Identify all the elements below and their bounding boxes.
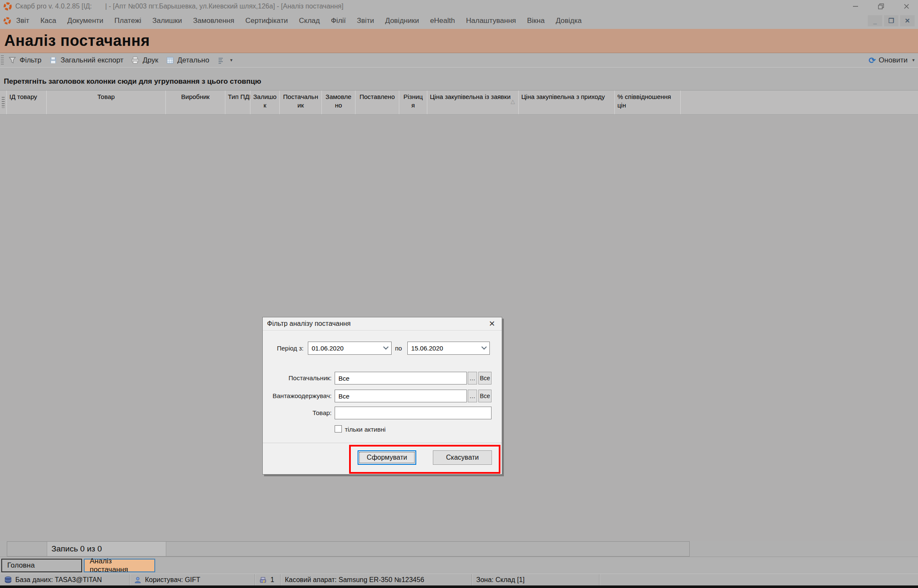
register-count: 1: [270, 576, 274, 584]
group-by-hint: Перетягніть заголовок колонки сюди для у…: [4, 77, 261, 86]
supplier-label: Постачальник:: [263, 374, 332, 382]
record-navigator-buttons[interactable]: [7, 542, 47, 556]
user-icon: [134, 576, 142, 584]
print-button[interactable]: Друк: [131, 56, 158, 65]
detail-button[interactable]: Детально: [166, 56, 209, 65]
dialog-separator: [263, 443, 502, 443]
filter-label: Фільтр: [20, 56, 41, 65]
column-header-tsina-prykhodu[interactable]: Ціна закупівельна з приходу: [519, 90, 615, 114]
app-logo-icon: [3, 2, 12, 11]
restore-icon[interactable]: [875, 2, 887, 11]
user-text: Користувач: GIFT: [145, 576, 200, 584]
filter-dialog: Фільтр аналізу постачання ✕ Період з: 01…: [262, 317, 502, 475]
supplier-all-button[interactable]: Все: [478, 372, 492, 384]
tab-holovna[interactable]: Головна: [1, 559, 82, 572]
column-header-zamovleno[interactable]: Замовлено: [322, 90, 355, 114]
product-input[interactable]: [335, 407, 492, 419]
only-active-label: тільки активні: [345, 426, 386, 433]
only-active-checkbox[interactable]: [335, 425, 342, 433]
status-bar: База даних: TASA3@TITAN Користувач: GIFT…: [0, 574, 918, 585]
menu-item-vikna[interactable]: Вікна: [527, 17, 545, 25]
export-icon: [49, 56, 57, 65]
group-by-bar[interactable]: Перетягніть заголовок колонки сюди для у…: [0, 73, 918, 90]
column-header-typ-pdv[interactable]: Тип ПДВ: [225, 90, 250, 114]
register-text: Касовий апарат: Samsung ER-350 №123456: [285, 576, 424, 584]
consignee-label: Вантажоодержувач:: [263, 392, 332, 399]
grid-body[interactable]: Фільтр аналізу постачання ✕ Період з: 01…: [0, 115, 918, 541]
cancel-button[interactable]: Скасувати: [433, 450, 492, 465]
menu-item-sertyfikaty[interactable]: Сертифікати: [245, 17, 288, 25]
close-icon[interactable]: [901, 2, 912, 11]
supplier-input[interactable]: Все: [335, 372, 467, 384]
combo-chevron-icon: [481, 344, 487, 350]
record-navigator: Запись 0 из 0: [0, 541, 918, 557]
column-header-id-tovaru[interactable]: ІД товару: [7, 90, 47, 114]
column-header-vyrobnyk[interactable]: Виробник: [166, 90, 225, 114]
supplier-value: Все: [338, 375, 463, 382]
dialog-title-bar[interactable]: Фільтр аналізу постачання ✕: [263, 317, 502, 331]
database-icon: [4, 576, 12, 584]
list-options-button[interactable]: ▾: [217, 56, 233, 65]
status-zone: Зона: Склад [1]: [472, 574, 600, 585]
period-to-label: по: [395, 345, 404, 352]
generate-button[interactable]: Сформувати: [358, 450, 416, 465]
filter-button[interactable]: Фільтр: [8, 56, 41, 65]
tab-analiz-postachannia[interactable]: Аналіз постачання: [84, 559, 155, 572]
consignee-all-button[interactable]: Все: [478, 390, 492, 402]
export-label: Загальний експорт: [60, 56, 123, 65]
mdi-close-icon[interactable]: ✕: [900, 15, 915, 26]
tab-bar: Головна Аналіз постачання: [0, 557, 918, 574]
menu-item-zamovlennia[interactable]: Замовлення: [193, 17, 234, 25]
menu-item-ehealth[interactable]: eHealth: [430, 17, 455, 25]
product-label: Товар:: [263, 409, 332, 416]
period-to-combo[interactable]: 15.06.2020: [407, 342, 490, 355]
print-icon: [131, 56, 139, 65]
menu-item-filii[interactable]: Філії: [331, 17, 346, 25]
column-header-postachalnyk[interactable]: Постачальник: [280, 90, 322, 114]
bottom-edge: [0, 585, 918, 588]
consignee-browse-button[interactable]: …: [468, 390, 477, 402]
consignee-input[interactable]: Все: [335, 390, 467, 402]
list-options-icon: [217, 56, 225, 65]
menu-item-nalashtuvannia[interactable]: Налаштування: [466, 17, 516, 25]
menu-bar: Звіт Каса Документи Платежі Залишки Замо…: [0, 13, 918, 29]
toolbar-grip[interactable]: [1, 55, 4, 65]
column-header-riznytsia[interactable]: Різниця: [399, 90, 427, 114]
menu-item-platezhi[interactable]: Платежі: [114, 17, 141, 25]
menu-item-sklad[interactable]: Склад: [299, 17, 320, 25]
mdi-minimize-icon[interactable]: _: [868, 15, 882, 26]
column-header-postavleno[interactable]: Поставлено: [355, 90, 399, 114]
menu-item-kasa[interactable]: Каса: [40, 17, 56, 25]
period-from-value: 01.06.2020: [312, 345, 384, 352]
window-title: Скарб pro v. 4.0.2.85 [ІД: | - [Апт №003…: [15, 3, 850, 10]
page-title: Аналіз постачання: [4, 32, 150, 50]
menu-item-zvit[interactable]: Звіт: [16, 17, 29, 25]
menu-item-zvity[interactable]: Звіти: [357, 17, 374, 25]
toolbar-separator: [0, 67, 918, 73]
dialog-close-icon[interactable]: ✕: [486, 319, 497, 328]
menu-item-dovidnyky[interactable]: Довідники: [385, 17, 419, 25]
refresh-icon: ⟳: [869, 55, 876, 65]
record-count-panel: Запись 0 из 0: [47, 542, 166, 556]
menu-item-zalyshky[interactable]: Залишки: [152, 17, 182, 25]
status-register: Касовий апарат: Samsung ER-350 №123456: [281, 574, 472, 585]
column-header-filler: [681, 90, 918, 114]
zone-text: Зона: Склад [1]: [476, 576, 525, 584]
row-grip-icon: [0, 90, 7, 114]
app-window: Скарб pro v. 4.0.2.85 [ІД: | - [Апт №003…: [0, 0, 918, 588]
period-from-combo[interactable]: 01.06.2020: [308, 342, 392, 355]
column-header-zalyshok[interactable]: Залишок: [250, 90, 280, 114]
column-header-tsina-zaiavky[interactable]: Ціна закупівельна із заявки △: [427, 90, 519, 114]
menu-item-dovidka[interactable]: Довідка: [556, 17, 582, 25]
refresh-button[interactable]: ⟳ Оновити ▾: [869, 55, 915, 65]
supplier-browse-button[interactable]: …: [468, 372, 477, 384]
minimize-icon[interactable]: [850, 2, 861, 11]
column-header-tovar[interactable]: Товар: [47, 90, 166, 114]
status-database: База даних: TASA3@TITAN: [0, 574, 130, 585]
sort-ascending-icon[interactable]: △: [511, 98, 515, 105]
mdi-restore-icon[interactable]: ❐: [884, 15, 898, 26]
menu-item-dokumenty[interactable]: Документи: [67, 17, 103, 25]
export-button[interactable]: Загальний експорт: [49, 56, 123, 65]
column-header-spivvidnoshennia[interactable]: % співвідношення цін: [615, 90, 681, 114]
refresh-label: Оновити: [879, 56, 908, 65]
